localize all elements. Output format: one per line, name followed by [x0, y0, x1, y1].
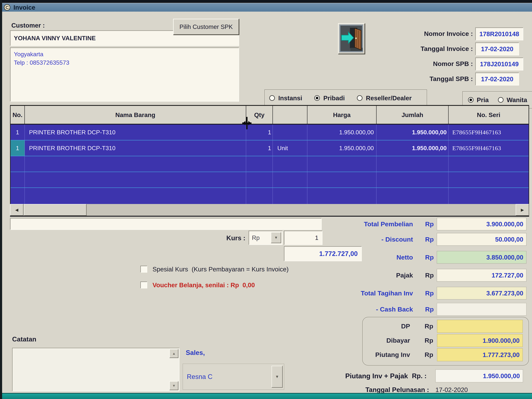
- cell-jumlah[interactable]: 1.950.000,00: [377, 125, 449, 140]
- cash-back-label: - Cash Back: [334, 303, 413, 316]
- total-tagihan-currency: Rp: [425, 287, 437, 299]
- tanggal-invoice-label: Tanggal Invoice :: [383, 44, 473, 53]
- cell-nama-barang[interactable]: PRINTER BROTHER DCP-T310: [25, 125, 246, 140]
- spesial-kurs-checkbox[interactable]: [140, 266, 147, 272]
- table-row-empty[interactable]: [11, 156, 529, 172]
- total-pembelian-label: Total Pembelian: [334, 218, 413, 230]
- radio-reseller-dealer[interactable]: [357, 95, 362, 101]
- barcode-entry-field[interactable]: [10, 218, 322, 230]
- radio-pribadi-label: Pribadi: [323, 95, 345, 102]
- scroll-down-icon: ▼: [172, 384, 176, 388]
- tanggal-spb-value: 17-02-2020: [481, 76, 513, 83]
- voucher-belanja-checkbox[interactable]: [140, 282, 147, 288]
- col-header-harga[interactable]: Harga: [307, 106, 377, 124]
- piutang-pajak-value: 1.950.000,00: [483, 372, 520, 380]
- cell-harga[interactable]: 1.950.000,00: [307, 140, 377, 156]
- nomor-invoice-value: 178R2010148: [479, 30, 519, 38]
- scroll-up-icon: ▲: [172, 352, 176, 356]
- pilih-customer-spk-button[interactable]: Pilih Customer SPK: [173, 19, 239, 35]
- notes-scroll-down-button[interactable]: ▼: [169, 381, 178, 390]
- radio-wanita-label: Wanita: [507, 96, 527, 104]
- sales-dropdown-button[interactable]: ▼: [272, 366, 283, 388]
- nomor-spb-field[interactable]: 178J2010149: [475, 57, 523, 70]
- cell-no[interactable]: 1: [11, 125, 25, 140]
- col-header-no[interactable]: No.: [11, 106, 25, 124]
- dp-field[interactable]: [437, 320, 523, 333]
- netto-currency: Rp: [425, 251, 437, 264]
- customer-type-radio-group: Instansi Pribadi Reseller/Dealer: [264, 89, 427, 107]
- spesial-kurs-label: Spesial Kurs (Kurs Pembayaran = Kurs Inv…: [152, 264, 364, 274]
- sales-dropdown[interactable]: Resna C ▼: [183, 364, 284, 390]
- col-header-satuan[interactable]: [273, 106, 307, 124]
- title-bar[interactable]: C Invoice: [0, 3, 532, 12]
- tanggal-pelunasan-label: Tanggal Pelunasan :: [350, 386, 429, 394]
- cash-back-field[interactable]: [437, 303, 526, 316]
- piutang-inv-field[interactable]: 1.777.273,00: [437, 348, 523, 361]
- tanggal-invoice-field[interactable]: 17-02-2020: [475, 43, 519, 55]
- table-horizontal-scrollbar[interactable]: ◀ ▶: [10, 204, 529, 217]
- customer-city: Yogyakarta: [14, 50, 235, 58]
- scroll-right-icon: ▶: [521, 208, 524, 212]
- cell-no-seri[interactable]: E78655F9H467163: [449, 125, 529, 140]
- radio-pria[interactable]: [468, 97, 474, 103]
- cell-harga[interactable]: 1.950.000,00: [307, 125, 377, 140]
- total-pembelian-field[interactable]: 3.900.000,00: [437, 218, 526, 230]
- cell-jumlah[interactable]: 1.950.000,00: [377, 140, 449, 156]
- dibayar-field[interactable]: 1.900.000,00: [437, 334, 523, 347]
- nomor-invoice-field[interactable]: 178R2010148: [475, 27, 523, 40]
- voucher-belanja-label: Voucher Belanja, senilai : Rp 0,00: [152, 280, 364, 290]
- radio-reseller-dealer-label: Reseller/Dealer: [366, 95, 412, 102]
- kurs-currency-dropdown[interactable]: Rp ▼: [249, 231, 283, 245]
- col-header-jumlah[interactable]: Jumlah: [377, 106, 449, 124]
- app-icon: C: [4, 4, 10, 11]
- table-row[interactable]: 1 PRINTER BROTHER DCP-T310 1 Unit 1.950.…: [11, 140, 529, 156]
- piutang-pajak-label: Piutang Inv + Pajak: [323, 369, 408, 382]
- radio-instansi[interactable]: [269, 95, 275, 101]
- scrollbar-thumb[interactable]: [24, 204, 87, 216]
- radio-instansi-label: Instansi: [278, 95, 302, 102]
- radio-pribadi[interactable]: [314, 95, 320, 101]
- table-row-empty[interactable]: [11, 172, 529, 188]
- scroll-left-button[interactable]: ◀: [10, 204, 24, 216]
- dibayar-currency: Rp: [424, 334, 437, 347]
- exit-button[interactable]: [338, 23, 365, 54]
- kurs-rate-field[interactable]: 1: [284, 231, 323, 245]
- tanggal-pelunasan-value: 17-02-2020: [435, 386, 501, 394]
- pajak-field[interactable]: 172.727,00: [437, 269, 526, 282]
- table-row[interactable]: 1 PRINTER BROTHER DCP-T310 1 1.950.000,0…: [11, 125, 529, 140]
- pilih-customer-spk-label: Pilih Customer SPK: [179, 23, 233, 30]
- table-row-empty[interactable]: [11, 188, 529, 204]
- customer-name: YOHANA VINNY VALENTINE: [14, 35, 96, 42]
- items-table-body: 1 PRINTER BROTHER DCP-T310 1 1.950.000,0…: [10, 125, 529, 204]
- radio-wanita[interactable]: [498, 97, 504, 103]
- col-header-nama-barang[interactable]: Nama Barang: [25, 106, 246, 124]
- kurs-dropdown-button[interactable]: ▼: [271, 232, 281, 243]
- cell-no-selected[interactable]: 1: [11, 140, 25, 156]
- kurs-currency-value: Rp: [252, 234, 260, 241]
- radio-pria-label: Pria: [477, 96, 489, 104]
- kurs-label: Kurs :: [201, 232, 245, 244]
- items-table-header: No. Nama Barang Qty Harga Jumlah No. Ser…: [10, 105, 529, 125]
- cell-satuan[interactable]: [273, 125, 307, 140]
- sales-label: Sales,: [186, 348, 239, 357]
- discount-currency: Rp: [425, 233, 437, 246]
- col-header-no-seri[interactable]: No. Seri: [449, 106, 529, 124]
- dropdown-arrow-icon: ▼: [274, 235, 278, 240]
- catatan-textarea[interactable]: ▲ ▼: [12, 348, 179, 391]
- total-tagihan-field[interactable]: 3.677.273,00: [437, 287, 526, 299]
- piutang-pajak-field[interactable]: 1.950.000,00: [435, 369, 523, 382]
- total-pembelian-value: 3.900.000,00: [486, 221, 523, 228]
- discount-field[interactable]: 50.000,00: [437, 233, 526, 246]
- customer-address-field[interactable]: Yogyakarta Telp : 085372635573: [10, 48, 239, 101]
- tanggal-spb-value-field[interactable]: 17-02-2020: [475, 73, 519, 86]
- cell-qty[interactable]: 1: [246, 140, 273, 156]
- customer-phone: Telp : 085372635573: [14, 58, 235, 67]
- cell-nama-barang[interactable]: PRINTER BROTHER DCP-T310: [25, 140, 246, 156]
- cell-no-seri[interactable]: E78655F9H467163: [449, 140, 529, 156]
- scroll-right-button[interactable]: ▶: [516, 204, 529, 216]
- screen-top-edge: [0, 0, 532, 3]
- netto-field[interactable]: 3.850.000,00: [437, 251, 526, 264]
- window-title: Invoice: [13, 4, 35, 11]
- notes-scroll-up-button[interactable]: ▲: [169, 349, 178, 358]
- cell-satuan[interactable]: Unit: [273, 140, 307, 156]
